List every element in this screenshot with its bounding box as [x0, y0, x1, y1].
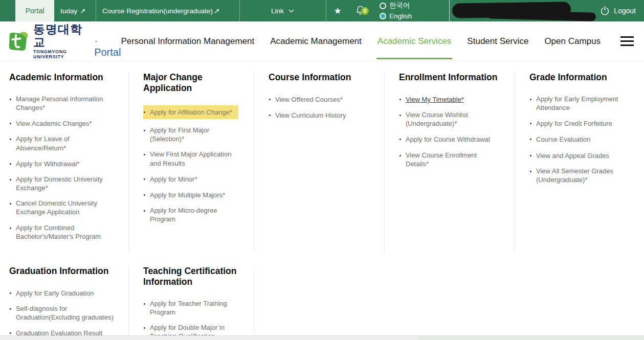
menu-item-list: Apply for Early Employment AttendanceApp…	[529, 95, 631, 184]
topbar-tuday-link[interactable]: tuday↗	[51, 0, 95, 21]
logout-label: Logout	[614, 7, 636, 15]
radio-selected-icon	[380, 13, 386, 19]
menu-list-item: Apply for Early Graduation	[9, 288, 115, 298]
menu-link-apply-for-early-employment-attendance[interactable]: Apply for Early Employment Attendance	[536, 95, 631, 112]
site-header: 동명대학교 TONGMYONG UNIVERSITY · Portal Pers…	[0, 21, 644, 61]
language-option-english[interactable]: English	[380, 12, 412, 20]
notifications-bell-icon[interactable]: 0	[351, 0, 369, 21]
menu-column-enrollment-information: Enrollment InformationView My Timetable*…	[385, 72, 515, 253]
logout-button[interactable]: Logout	[600, 0, 636, 21]
topbar-course-registration-link[interactable]: Course Registration(undergraduate)↗	[96, 0, 239, 21]
star-glyph: ★	[334, 6, 341, 16]
logo-korean-name: 동명대학교	[33, 23, 84, 48]
menu-list-item: Apply for Course Withdrawal	[399, 134, 501, 144]
menu-item-list: View My Timetable*View Course Wishlist (…	[399, 95, 501, 168]
menu-list-item: View Academic Changes*	[9, 119, 115, 128]
menu-link-apply-for-multiple-majors[interactable]: Apply for Multiple Majors*	[150, 191, 225, 199]
nav-student-service[interactable]: Student Service	[467, 36, 528, 47]
topbar-link-dropdown[interactable]: Link	[239, 0, 326, 21]
external-link-icon: ↗	[214, 7, 219, 15]
menu-list-item: Apply for Leave of Absence/Return*	[9, 134, 115, 152]
menu-link-apply-for-leave-of-absence-return[interactable]: Apply for Leave of Absence/Return*	[16, 134, 115, 152]
menu-link-apply-for-course-withdrawal[interactable]: Apply for Course Withdrawal	[406, 135, 490, 144]
menu-link-view-offered-courses[interactable]: View Offered Courses*	[275, 95, 343, 104]
power-icon	[600, 6, 610, 16]
menu-column-title: Grade Information	[529, 72, 631, 83]
top-utility-bar: Portal tuday↗ Course Registration(underg…	[0, 0, 644, 21]
menu-column-grade-information: Grade InformationApply for Early Employm…	[515, 72, 644, 253]
menu-column-academic-information: Academic InformationManage Personal Info…	[0, 72, 129, 253]
menu-list-item: View and Appeal Grades	[529, 151, 631, 160]
menu-link-self-diagnosis-for-graduation-excluding-graduates[interactable]: Self-diagnosis for Graduation(Excluding …	[16, 304, 115, 322]
menu-link-apply-for-credit-forfeiture[interactable]: Apply for Credit Forfeiture	[536, 119, 612, 128]
menu-link-apply-for-domestic-university-exchange[interactable]: Apply for Domestic University Exchange*	[16, 175, 115, 192]
menu-column-title: Major Change Application	[143, 72, 240, 94]
page-bottom-strip	[0, 335, 644, 340]
menu-list-item: Cancel Domestic University Exchange Appl…	[9, 199, 115, 216]
radio-unselected-icon	[380, 3, 386, 9]
menu-column-title: Graduation Information	[9, 266, 115, 277]
menu-column-major-change-application: Major Change ApplicationApply for Affili…	[129, 72, 254, 253]
menu-link-view-course-wishlist-undergraduate[interactable]: View Course Wishlist (Undergraduate)*	[406, 110, 501, 128]
menu-row-2: Graduation InformationApply for Early Gr…	[0, 266, 644, 340]
menu-link-manage-personal-information-changes[interactable]: Manage Personal Information Changes*	[16, 95, 115, 112]
menu-link-apply-for-first-major-selection[interactable]: Apply for First Major (Selection)*	[150, 126, 240, 143]
language-option-korean[interactable]: 한국어	[380, 2, 412, 10]
menu-list-item: Apply for Teacher Training Program	[143, 299, 240, 316]
menu-item-list: Apply for Early GraduationSelf-diagnosis…	[9, 288, 115, 340]
link-label: Link	[271, 7, 284, 15]
menu-link-view-all-semester-grades-undergraduate[interactable]: View All Semester Grades (Undergraduate)…	[536, 167, 631, 184]
menu-list-item: Apply for Multiple Majors*	[143, 190, 240, 199]
menu-column-course-information: Course InformationView Offered Courses*V…	[254, 72, 385, 253]
menu-link-apply-for-withdrawal[interactable]: Apply for Withdrawal*	[16, 160, 79, 168]
menu-link-apply-for-early-graduation[interactable]: Apply for Early Graduation	[16, 289, 94, 298]
menu-list-item: View First Major Application and Results	[143, 150, 240, 167]
menu-link-view-course-enrollment-details[interactable]: View Course Enrollment Details*	[406, 151, 501, 168]
menu-link-view-curriculum-history[interactable]: View Curriculum History	[275, 111, 346, 120]
menu-list-item: Apply for Credit Forfeiture	[529, 119, 631, 128]
menu-link-cancel-domestic-university-exchange-application[interactable]: Cancel Domestic University Exchange Appl…	[16, 199, 115, 216]
favorites-star-icon[interactable]: ★	[330, 0, 345, 21]
menu-list-item: Apply for Withdrawal*	[9, 159, 115, 168]
menu-link-course-evaluation[interactable]: Course Evaluation	[536, 135, 590, 144]
menu-column-teaching-certification-information: Teaching Certification InformationApply …	[129, 266, 254, 340]
main-nav: Personal Information ManagementAcademic …	[121, 36, 634, 47]
nav-open-campus[interactable]: Open Campus	[544, 36, 601, 47]
menu-item-list: Apply for Affiliation Change*Apply for F…	[143, 105, 240, 223]
nav-academic-services[interactable]: Academic Services	[377, 36, 452, 47]
menu-link-apply-for-micro-degree-program[interactable]: Apply for Micro-degree Program	[150, 206, 240, 223]
menu-column-empty	[254, 266, 385, 340]
portal-tab-label: Portal	[26, 7, 45, 15]
menu-link-view-first-major-application-and-results[interactable]: View First Major Application and Results	[150, 150, 240, 167]
menu-column-title: Course Information	[269, 72, 371, 83]
menu-link-apply-for-minor[interactable]: Apply for Minor*	[150, 175, 197, 184]
topbar-portal-tab[interactable]: Portal	[15, 0, 54, 21]
menu-list-item: Apply for Affiliation Change*	[143, 105, 238, 119]
menu-column-title: Academic Information	[9, 72, 115, 83]
menu-row-1: Academic InformationManage Personal Info…	[0, 72, 644, 253]
menu-list-item: Apply for First Major (Selection)*	[143, 126, 240, 143]
menu-link-apply-for-combined-bachelor-s-master-s-program[interactable]: Apply for Combined Bachelor's/Master's P…	[16, 223, 115, 241]
menu-list-item: Apply for Micro-degree Program	[143, 206, 240, 223]
menu-column-graduation-information: Graduation InformationApply for Early Gr…	[0, 266, 129, 340]
menu-list-item: View All Semester Grades (Undergraduate)…	[529, 167, 631, 184]
tuday-label: tuday	[60, 7, 77, 15]
menu-link-view-and-appeal-grades[interactable]: View and Appeal Grades	[536, 151, 609, 160]
menu-list-item: Course Evaluation	[529, 134, 631, 144]
nav-academic-management[interactable]: Academic Management	[270, 36, 362, 47]
menu-list-item: Apply for Combined Bachelor's/Master's P…	[9, 223, 115, 241]
menu-link-apply-for-teacher-training-program[interactable]: Apply for Teacher Training Program	[150, 299, 240, 316]
logo-text: 동명대학교 TONGMYONG UNIVERSITY	[33, 23, 84, 59]
language-toggle: 한국어 English	[380, 0, 412, 21]
menu-list-item: Manage Personal Information Changes*	[9, 95, 115, 112]
menu-link-view-academic-changes[interactable]: View Academic Changes*	[16, 119, 92, 128]
external-link-icon: ↗	[80, 7, 85, 15]
menu-list-item: View Course Wishlist (Undergraduate)*	[399, 110, 501, 128]
university-logo[interactable]: 동명대학교 TONGMYONG UNIVERSITY · Portal	[7, 23, 121, 59]
menu-column-empty	[515, 266, 644, 340]
hamburger-menu-icon[interactable]	[620, 36, 634, 46]
menu-link-apply-for-affiliation-change[interactable]: Apply for Affiliation Change*	[150, 108, 232, 117]
nav-personal-information-management[interactable]: Personal Information Management	[121, 36, 254, 47]
menu-list-item: Self-diagnosis for Graduation(Excluding …	[9, 304, 115, 322]
menu-link-view-my-timetable[interactable]: View My Timetable*	[406, 95, 464, 104]
